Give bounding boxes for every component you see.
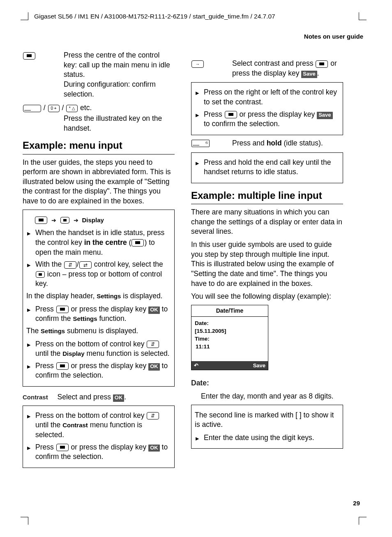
text: Press on the bottom of control key xyxy=(35,340,146,348)
text: Press the illustrated key on the handset… xyxy=(64,114,175,133)
updown-key-icon xyxy=(64,261,76,269)
text: Press xyxy=(35,362,56,370)
settings-icon xyxy=(36,271,45,278)
text: or press the display key xyxy=(69,443,149,451)
center-key-icon xyxy=(225,111,237,118)
paragraph: In this user guide symbols are used to g… xyxy=(191,240,343,288)
text: (idle status). xyxy=(282,139,323,147)
text: The second line is marked with [ ] to sh… xyxy=(195,410,339,430)
center-key-icon xyxy=(56,306,69,313)
text: Select contrast and press xyxy=(232,59,315,67)
bullet-icon xyxy=(27,228,35,257)
text: Press on the bottom of control key xyxy=(35,411,146,419)
undo-icon: ↶ xyxy=(194,362,198,369)
phone-time-label: Time: xyxy=(195,335,265,343)
star-key-icon: * △ xyxy=(66,105,78,112)
save-label: Save xyxy=(301,71,317,78)
text: Press xyxy=(35,443,56,451)
bullet-icon xyxy=(27,260,35,289)
page: Gigaset SL56 / IM1 EN / A31008-M1752-R11… xyxy=(0,0,392,537)
arrow-icon: ➔ xyxy=(74,217,78,224)
text: or press the display key xyxy=(238,110,317,118)
header-path: Gigaset SL56 / IM1 EN / A31008-M1752-R11… xyxy=(34,12,363,21)
text: to confirm the selection. xyxy=(204,120,280,128)
heading-menu-input: Example: menu input xyxy=(23,139,175,154)
text-bold: Settings xyxy=(97,293,121,300)
text: icon – press top or bottom of control ke… xyxy=(35,270,162,288)
text-bold: Settings xyxy=(41,327,65,334)
paragraph: You will see the following display (exam… xyxy=(191,292,343,302)
left-column: Press the centre of the control key: cal… xyxy=(23,50,175,471)
center-key-icon xyxy=(56,362,69,370)
center-key-icon xyxy=(23,52,35,60)
instruction-box: The second line is marked with [ ] to sh… xyxy=(191,405,343,449)
text: until the xyxy=(35,349,62,357)
instruction-box: Press on the bottom of control key until… xyxy=(23,406,175,468)
phone-display: Date/Time Date: [15.11.2005] Time: 11:11… xyxy=(191,305,268,370)
text: In the display header, xyxy=(26,292,97,300)
bullet-icon xyxy=(196,88,204,107)
bullet-icon xyxy=(196,110,204,129)
text: submenu is displayed. xyxy=(65,327,138,335)
text-bold: Contrast xyxy=(62,422,88,429)
menu-key-icon xyxy=(23,105,41,112)
crop-mark xyxy=(21,12,28,20)
text: Press and hold the end call key until th… xyxy=(204,158,339,177)
text-bold: Display xyxy=(62,350,84,357)
text-bold: Settings xyxy=(73,315,97,322)
text: until the xyxy=(35,421,62,429)
center-key-icon xyxy=(56,444,69,451)
center-key-icon xyxy=(131,239,144,247)
ok-label: OK xyxy=(113,394,125,402)
phone-save-label: Save xyxy=(253,362,265,369)
leftright-key-icon xyxy=(79,261,92,269)
phone-time-value: 11:11 xyxy=(195,343,265,350)
text: Press and xyxy=(232,139,267,147)
section-title: Notes on user guide xyxy=(23,32,363,41)
bullet-icon xyxy=(27,411,35,440)
instruction-box: Press and hold the end call key until th… xyxy=(191,152,343,183)
text: control key, select the xyxy=(92,260,163,268)
text: During configuration: confirm selection. xyxy=(64,80,156,98)
crop-mark xyxy=(359,517,367,525)
digit-key-icon: 0 + xyxy=(48,105,60,112)
bullet-icon xyxy=(27,339,35,359)
text: is displayed. xyxy=(121,292,162,300)
center-key-icon xyxy=(316,60,328,68)
right-column: Select contrast and press or press the d… xyxy=(191,50,343,471)
instruction-box: Press on the right or left of the contro… xyxy=(191,82,343,135)
text: or press the display key xyxy=(69,305,149,313)
bullet-icon xyxy=(27,304,35,324)
instruction-box: ➔ ➔ Display When the handset is in idle … xyxy=(23,210,175,387)
text: function. xyxy=(97,314,127,323)
settings-icon xyxy=(60,217,69,224)
text: etc. xyxy=(80,104,92,112)
paragraph: Enter the day, month and year as 8 digit… xyxy=(201,392,343,401)
text: Press on the right or left of the contro… xyxy=(204,88,339,107)
save-label: Save xyxy=(317,112,332,119)
ok-label: OK xyxy=(148,363,160,371)
end-call-key-icon xyxy=(191,140,210,147)
nav-label: Display xyxy=(82,217,104,224)
bullet-icon xyxy=(196,433,204,443)
ok-label: OK xyxy=(148,307,160,314)
date-field-label: Date: xyxy=(191,378,343,388)
text: Press the centre of the control key: cal… xyxy=(64,51,170,78)
bullet-icon xyxy=(27,443,35,462)
updown-key-icon xyxy=(147,341,159,348)
text: With the xyxy=(35,260,64,268)
phone-date-value: [15.11.2005] xyxy=(195,327,265,335)
page-number: 29 xyxy=(353,499,360,507)
text: Select and press xyxy=(58,393,113,401)
text: menu function is selected. xyxy=(85,349,170,357)
phone-title: Date/Time xyxy=(191,305,268,317)
arrow-icon: ➔ xyxy=(51,217,56,224)
right-key-icon xyxy=(191,60,204,68)
updown-key-icon xyxy=(147,412,159,419)
text: or press the display key xyxy=(69,362,149,370)
ok-label: OK xyxy=(148,445,160,452)
paragraph: There are many situations in which you c… xyxy=(191,207,343,237)
crop-mark xyxy=(359,12,367,20)
text: Press xyxy=(204,110,224,118)
center-key-icon xyxy=(35,217,47,224)
